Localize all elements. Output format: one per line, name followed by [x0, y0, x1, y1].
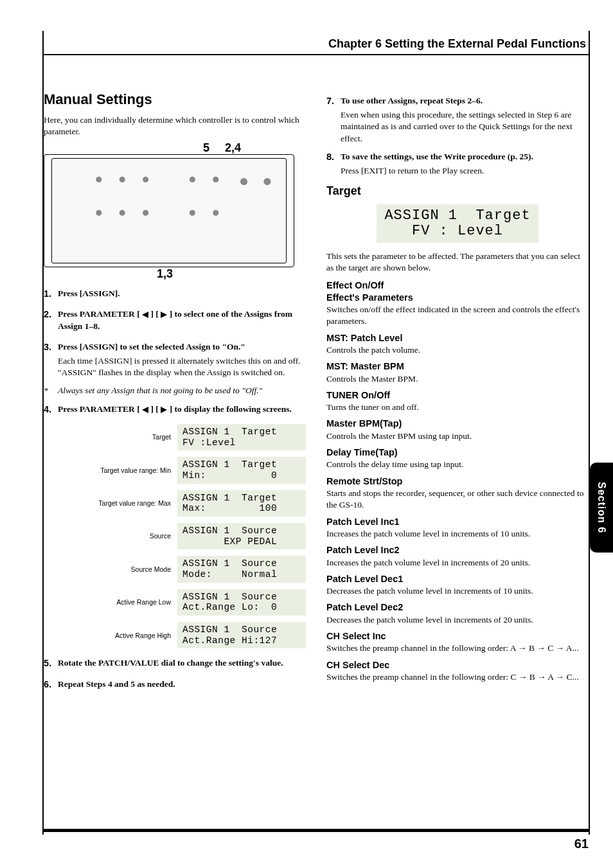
page-number: 61: [574, 835, 589, 853]
lcd-screen-label: Source Mode: [131, 565, 171, 574]
target-items-list: MST: Patch LevelControls the patch volum…: [326, 333, 589, 684]
target-item-body: Starts and stops the recorder, sequencer…: [326, 488, 589, 511]
target-item-body: Turns the tuner on and off.: [326, 402, 589, 413]
lcd-screen-row: TargetASSIGN 1 Target FV :Level: [44, 424, 306, 450]
step-3: 3. Press [ASSIGN] to set the selected As…: [44, 341, 306, 379]
target-item-heading: MST: Patch Level: [326, 333, 589, 344]
target-item-heading: CH Select Dec: [326, 660, 589, 671]
right-steps: 7. To use other Assigns, repeat Steps 2–…: [326, 95, 589, 177]
section-side-tab: Section 6: [590, 463, 613, 553]
lcd-screen-row: Target value range: MaxASSIGN 1 Target M…: [44, 490, 306, 517]
triangle-right-icon: [161, 312, 167, 318]
assign-off-note: * Always set any Assign that is not goin…: [44, 385, 306, 396]
target-item-heading: Patch Level Dec2: [326, 602, 589, 613]
target-item-body: Switches the preamp channel in the follo…: [326, 642, 589, 654]
manual-settings-heading: Manual Settings: [44, 90, 306, 109]
step-8: 8. To save the settings, use the Write p…: [326, 151, 589, 177]
target-item-body: Decreases the patch volume level in incr…: [326, 585, 589, 597]
target-item-body: Controls the delay time using tap input.: [326, 459, 589, 470]
triangle-left-icon: [142, 312, 148, 318]
lcd-display: ASSIGN 1 Source Mode: Normal: [177, 556, 306, 582]
step-7: 7. To use other Assigns, repeat Steps 2–…: [326, 95, 589, 145]
lcd-screen-label: Target value range: Max: [98, 499, 171, 508]
right-column: 7. To use other Assigns, repeat Steps 2–…: [326, 90, 589, 699]
step-2: 2. Press PARAMETER [ ] [ ] to select one…: [44, 308, 306, 334]
triangle-right-icon: [161, 407, 167, 413]
manual-settings-intro: Here, you can individually determine whi…: [44, 114, 306, 137]
lcd-screen-label: Active Range Low: [116, 598, 171, 607]
target-item-heading: Patch Level Inc2: [326, 545, 589, 556]
lcd-screen-label: Target: [152, 432, 171, 441]
lcd-screen-row: Source ModeASSIGN 1 Source Mode: Normal: [44, 556, 306, 582]
lcd-display: ASSIGN 1 Source EXP PEDAL: [177, 523, 306, 549]
target-item-body: Controls the Master BPM.: [326, 373, 589, 385]
lcd-display: ASSIGN 1 Source Act.Range Hi:127: [177, 622, 306, 648]
target-item-body: Increases the patch volume level in incr…: [326, 528, 589, 540]
step-1: 1. Press [ASSIGN].: [44, 288, 306, 302]
target-lcd: ASSIGN 1 Target FV : Level: [377, 204, 538, 243]
target-item-body: Increases the patch volume level in incr…: [326, 557, 589, 569]
left-column: Manual Settings Here, you can individual…: [44, 90, 306, 699]
target-item-heading: CH Select Inc: [326, 631, 589, 642]
bottom-rule: [44, 829, 589, 832]
target-item-heading: Patch Level Inc1: [326, 517, 589, 527]
effect-body: Switches on/off the effect indicated in …: [326, 304, 589, 327]
lcd-screen-label: Target value range: Min: [100, 466, 171, 475]
lcd-display: ASSIGN 1 Target Min: 0: [177, 457, 306, 483]
step-6: 6. Repeat Steps 4 and 5 as needed.: [44, 678, 306, 693]
step-4: 4. Press PARAMETER [ ] [ ] to display th…: [44, 403, 306, 418]
figure-callout-5: 5: [203, 140, 209, 155]
lcd-screen-label: Source: [150, 531, 171, 540]
left-steps-56: 5. Rotate the PATCH/VALUE dial to change…: [44, 657, 306, 692]
target-item-heading: Patch Level Dec1: [326, 574, 589, 585]
target-heading: Target: [326, 183, 589, 199]
target-item-heading: MST: Master BPM: [326, 361, 589, 372]
effect-onoff-heading: Effect On/Off: [326, 280, 589, 291]
target-item-body: Controls the patch volume.: [326, 344, 589, 356]
lcd-screen-row: Active Range LowASSIGN 1 Source Act.Rang…: [44, 589, 306, 616]
lcd-screen-row: SourceASSIGN 1 Source EXP PEDAL: [44, 523, 306, 549]
lcd-display: ASSIGN 1 Target FV :Level: [177, 424, 306, 450]
target-item-heading: Delay Time(Tap): [326, 447, 589, 458]
lcd-screens-list: TargetASSIGN 1 Target FV :LevelTarget va…: [44, 424, 306, 648]
lcd-display: ASSIGN 1 Target Max: 100: [177, 490, 306, 517]
device-figure: 5 2,4 1,3: [44, 144, 294, 279]
lcd-screen-label: Active Range High: [115, 631, 171, 640]
target-item-body: Controls the Master BPM using tap input.: [326, 430, 589, 442]
target-item-heading: Master BPM(Tap): [326, 418, 589, 429]
triangle-left-icon: [142, 407, 148, 413]
lcd-display: ASSIGN 1 Source Act.Range Lo: 0: [177, 589, 306, 616]
target-intro: This sets the parameter to be affected. …: [326, 251, 589, 274]
target-item-body: Switches the preamp channel in the follo…: [326, 671, 589, 683]
lcd-screen-row: Active Range HighASSIGN 1 Source Act.Ran…: [44, 622, 306, 648]
left-steps-continued: 4. Press PARAMETER [ ] [ ] to display th…: [44, 403, 306, 418]
figure-callout-24: 2,4: [225, 140, 241, 155]
target-item-body: Decreases the patch volume level in incr…: [326, 614, 589, 626]
target-item-heading: Remote Strt/Stop: [326, 476, 589, 487]
left-steps: 1. Press [ASSIGN]. 2. Press PARAMETER [ …: [44, 288, 306, 378]
target-item-heading: TUNER On/Off: [326, 390, 589, 401]
figure-callout-13: 1,3: [157, 266, 173, 281]
lcd-screen-row: Target value range: MinASSIGN 1 Target M…: [44, 457, 306, 483]
effects-parameters-heading: Effect's Parameters: [326, 292, 589, 303]
step-5: 5. Rotate the PATCH/VALUE dial to change…: [44, 657, 306, 671]
